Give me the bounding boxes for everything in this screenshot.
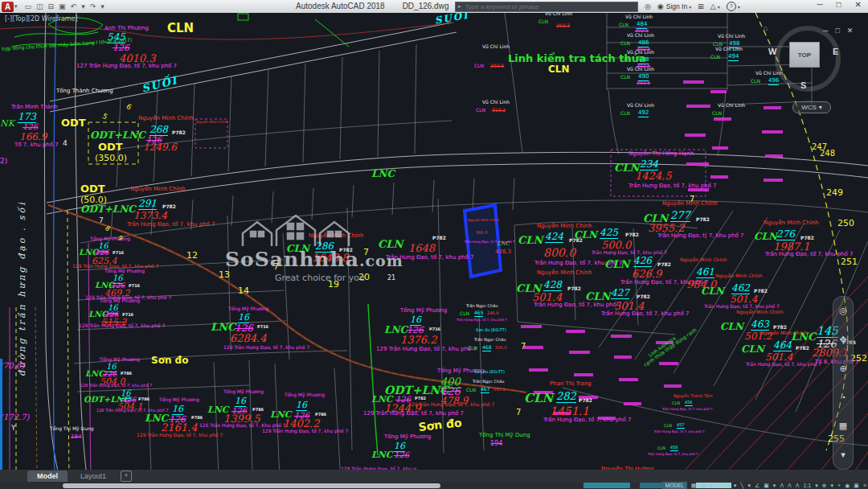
a360-icon[interactable]: △ bbox=[710, 2, 716, 10]
wcs-menu[interactable]: WCS ▾ bbox=[792, 101, 831, 113]
map-label: Sơn đo bbox=[151, 355, 188, 365]
open-folder-icon[interactable]: ◫ bbox=[36, 2, 43, 10]
snap-icon[interactable]: ▦ bbox=[700, 483, 706, 489]
otrack-icon[interactable]: ∠ bbox=[755, 483, 760, 489]
map-label: 1373.4 bbox=[133, 211, 167, 220]
map-label: P786 bbox=[121, 372, 132, 376]
map-label: 251 bbox=[841, 257, 858, 266]
maximize-icon[interactable]: □ bbox=[837, 0, 841, 9]
workspace-caret-icon[interactable]: ▾ bbox=[831, 483, 834, 489]
map-label: Nguyễn Minh Chính bbox=[736, 310, 784, 314]
viewcube-east[interactable]: E bbox=[833, 47, 838, 56]
map-label: P782 bbox=[172, 130, 186, 135]
horizontal-scrollbar[interactable] bbox=[63, 483, 440, 488]
osnap-icon[interactable]: ▣ bbox=[764, 483, 769, 489]
autoscale-icon[interactable]: Λ bbox=[788, 483, 792, 488]
autocad-logo[interactable]: A bbox=[2, 2, 14, 12]
map-label: 234 bbox=[640, 159, 658, 171]
minimize-icon[interactable]: ─ bbox=[817, 0, 822, 9]
signin-caret-icon[interactable]: ▾ bbox=[689, 4, 691, 10]
map-label: CLN bbox=[476, 108, 485, 113]
user-icon[interactable]: ◉ bbox=[657, 2, 664, 10]
close-icon[interactable]: ✕ bbox=[855, 0, 862, 9]
undo-caret-icon[interactable]: ▾ bbox=[81, 2, 85, 10]
search-box[interactable]: ▸ bbox=[455, 2, 638, 12]
map-label: đường trần hưng đạo . sối bbox=[18, 200, 27, 376]
map-label: 126 bbox=[23, 123, 38, 131]
graphics-icon[interactable]: ▣ bbox=[854, 483, 859, 489]
navigation-bar[interactable]: ◎✥⊕◔▦▾ bbox=[833, 296, 854, 470]
snap-caret-icon[interactable]: ▾ bbox=[710, 483, 713, 489]
doc-restore-icon[interactable]: □ bbox=[835, 27, 839, 35]
tab-model[interactable]: Model bbox=[27, 471, 68, 482]
search-caret-icon[interactable]: ▸ bbox=[458, 3, 461, 10]
grid-icon[interactable]: ▦ bbox=[691, 483, 697, 489]
map-label: P786 bbox=[191, 416, 203, 420]
map-label: Y bbox=[11, 425, 16, 432]
drawing-canvas[interactable]: [-][Top][2D Wireframe]Anh Thị PhươngCLN5… bbox=[0, 13, 868, 470]
steering-wheel-icon[interactable]: ◎ bbox=[839, 306, 847, 316]
map-label: 7 bbox=[99, 217, 104, 224]
map-label: 246.8 bbox=[487, 311, 498, 315]
map-label: P716 bbox=[129, 284, 140, 288]
orbit-icon[interactable]: ◔ bbox=[841, 392, 846, 402]
map-label: Nguyễn Thị Hồng Hạnh bbox=[628, 151, 694, 157]
showmotion-icon[interactable]: ▦ bbox=[839, 421, 847, 431]
zoom-in-icon[interactable]: ⊕ bbox=[839, 364, 846, 374]
annotation-monitor-icon[interactable]: + bbox=[837, 483, 841, 488]
tab-layout1[interactable]: Layout1 bbox=[71, 471, 116, 482]
redo-icon[interactable]: ↷ bbox=[90, 2, 96, 10]
doc-close-icon[interactable]: ✕ bbox=[847, 27, 854, 35]
viewcube-top-face[interactable]: TOP bbox=[789, 42, 820, 68]
doc-minimize-icon[interactable]: ─ bbox=[823, 27, 828, 35]
plot-icon[interactable]: ▣ bbox=[59, 2, 66, 10]
signin-button[interactable]: Sign In bbox=[666, 2, 687, 10]
viewcube-west[interactable]: W bbox=[768, 47, 776, 56]
map-label: Vũ Chí Linh bbox=[718, 34, 745, 39]
polar-caret-icon[interactable]: ▾ bbox=[734, 483, 737, 489]
map-label: Vũ Chí Linh bbox=[545, 13, 572, 16]
pan-icon[interactable]: ✥ bbox=[839, 335, 846, 345]
polar-icon[interactable]: ◔ bbox=[726, 483, 729, 488]
command-line-fragment[interactable] bbox=[583, 483, 630, 488]
map-label: CLN bbox=[672, 401, 680, 405]
navbar-caret-icon[interactable]: ▾ bbox=[841, 450, 845, 460]
new-file-icon[interactable]: ▭ bbox=[25, 2, 32, 10]
logo-caret-icon[interactable]: ▾ bbox=[14, 3, 18, 10]
workspace-icon[interactable]: ⊕ bbox=[822, 483, 827, 489]
viewcube-home-icon[interactable]: ⌂ bbox=[764, 24, 768, 32]
map-label: (172.7) bbox=[0, 413, 29, 421]
app-store-icon[interactable]: ⊞ bbox=[698, 2, 704, 10]
isodraft-icon[interactable]: ╲ bbox=[740, 483, 743, 489]
map-label: 517.1 bbox=[493, 388, 505, 392]
scale-label[interactable]: 1:1 bbox=[803, 483, 811, 488]
map-label: Trần Hưng Đạo, tổ 7, khu phố 7 bbox=[654, 430, 705, 434]
ortho-icon[interactable]: ∟ bbox=[717, 483, 723, 488]
undo-icon[interactable]: ↶ bbox=[71, 2, 77, 10]
map-label: 626.9 bbox=[632, 269, 661, 279]
redo-caret-icon[interactable]: ▾ bbox=[100, 2, 104, 10]
osnap-caret-icon[interactable]: ▾ bbox=[773, 483, 776, 489]
map-label: 302.6 bbox=[637, 80, 650, 85]
isolate-icon[interactable]: ◉ bbox=[845, 483, 850, 489]
map-label: 202.3 bbox=[556, 23, 570, 28]
annotation-scale-icon[interactable]: Λ bbox=[796, 483, 800, 488]
search-input[interactable] bbox=[464, 2, 628, 11]
help-caret-icon[interactable]: ▾ bbox=[738, 4, 740, 10]
help-icon[interactable]: ? bbox=[727, 2, 736, 11]
a360-caret-icon[interactable]: ▾ bbox=[718, 4, 720, 10]
customize-icon[interactable]: ≡ bbox=[863, 483, 866, 488]
isodraft-caret-icon[interactable]: ▾ bbox=[747, 483, 751, 489]
scale-caret-icon[interactable]: ▾ bbox=[815, 483, 818, 489]
map-label: (70.6) bbox=[0, 362, 24, 370]
map-label: 468 bbox=[482, 345, 491, 351]
search-go-icon[interactable]: ◎ bbox=[645, 2, 651, 10]
annotation-visibility-icon[interactable]: Λ bbox=[780, 483, 784, 488]
viewcube-south[interactable]: S bbox=[800, 80, 806, 90]
model-space-toggle[interactable]: MODEL bbox=[662, 482, 687, 489]
save-icon[interactable]: ⊟ bbox=[48, 2, 55, 10]
map-label: 129 Trần Hưng Đạo, tổ 7, khu phố 7 bbox=[363, 411, 464, 417]
map-label: 6 bbox=[125, 103, 133, 112]
map-label: Tổng Mỹ Phương bbox=[400, 308, 447, 314]
new-layout-button[interactable]: + bbox=[121, 471, 132, 482]
